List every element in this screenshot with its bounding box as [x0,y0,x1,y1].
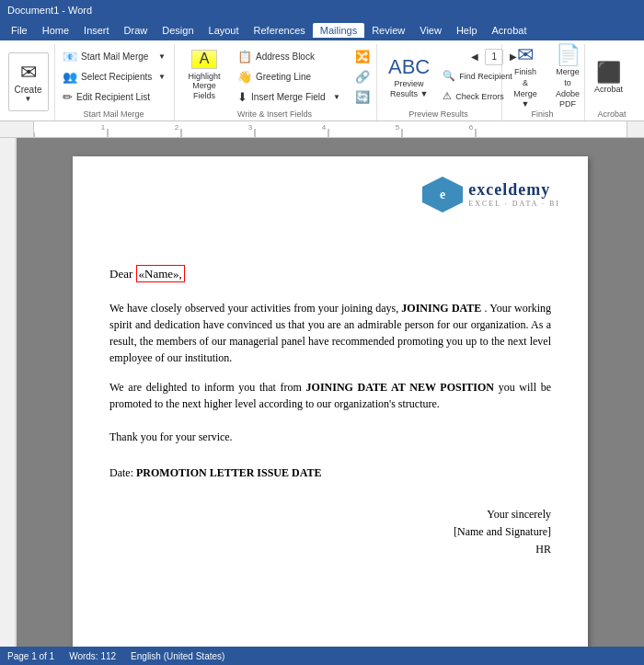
create-group-label [7,117,49,119]
highlight-icon: A [191,50,217,69]
title-bar: Document1 - Word [0,0,644,20]
start-mail-merge-label: Start Mail Merge [81,52,148,62]
dear-prefix: Dear [109,267,136,281]
document-scroll[interactable]: e exceldemy EXCEL · DATA · BI Dear «Name… [17,138,644,647]
joining-date-bold-1: JOINING DATE [401,302,481,315]
menu-acrobat[interactable]: Acrobat [485,23,535,38]
finish-merge-label: Finish &Merge ▼ [512,67,539,110]
ruler: 1 2 3 4 5 6 [0,121,644,138]
ribbon-group-create: ✉ Create ▼ [4,44,55,120]
logo-hex-icon: e [420,175,465,213]
acrobat-button[interactable]: ⬛ Acrobat [589,48,628,107]
menu-review[interactable]: Review [364,23,412,38]
select-recipients-icon: 👥 [63,70,77,84]
ribbon-group-finish: ✉ Finish &Merge ▼ 📄 Merge toAdobe PDF Fi… [502,44,585,120]
svg-rect-0 [34,121,627,138]
signature-block: Your sincerely [Name and Signature] HR [109,508,551,556]
nav-prev-button[interactable]: ◀ [466,49,484,65]
create-icon: ✉ [20,61,37,85]
update-labels-button[interactable]: 🔄 [348,88,377,107]
greeting-line-button[interactable]: 👋 Greeting Line [234,68,344,86]
create-label: Create [14,85,41,95]
update-labels-icon: 🔄 [355,90,370,104]
menu-file[interactable]: File [4,23,35,38]
date-value: PROMOTION LETTER ISSUE DATE [136,466,322,479]
create-button[interactable]: ✉ Create ▼ [8,52,49,111]
acrobat-icon: ⬛ [596,61,621,85]
check-errors-icon: ⚠ [443,90,452,102]
menu-insert[interactable]: Insert [76,23,117,38]
preview-results-icon: ABC [388,55,430,79]
address-block-icon: 📋 [237,50,252,63]
find-recipient-icon: 🔍 [443,70,455,82]
rules-button[interactable]: 🔀 [348,48,377,66]
document-page: e exceldemy EXCEL · DATA · BI Dear «Name… [73,156,588,647]
ribbon: ✉ Create ▼ 📧 Start Mail Merge ▼ 👥 Select… [0,40,644,121]
edit-recipient-label: Edit Recipient List [76,92,150,102]
match-fields-button[interactable]: 🔗 [348,68,377,86]
menu-design[interactable]: Design [155,23,201,38]
menu-draw[interactable]: Draw [117,23,155,38]
insert-merge-field-button[interactable]: ⬇ Insert Merge Field ▼ [234,88,344,107]
rules-icon: 🔀 [355,50,370,63]
document-area: e exceldemy EXCEL · DATA · BI Dear «Name… [0,138,644,647]
greeting-line-label: Greeting Line [256,72,311,82]
ribbon-group-start-mail-merge: 📧 Start Mail Merge ▼ 👥 Select Recipients… [55,44,175,120]
start-mail-merge-button[interactable]: 📧 Start Mail Merge ▼ [59,48,169,66]
menu-references[interactable]: References [247,23,313,38]
nav-page-num[interactable]: 1 [485,49,503,65]
dear-line: Dear «Name», [109,267,551,281]
svg-text:6: 6 [469,123,474,132]
acrobat-label: Acrobat [594,85,623,94]
merge-to-pdf-button[interactable]: 📄 Merge toAdobe PDF [548,48,587,107]
sign-sincerely: Your sincerely [109,508,551,522]
start-mail-merge-icon: 📧 [63,50,77,63]
insert-merge-field-dropdown: ▼ [333,93,340,101]
menu-layout[interactable]: Layout [201,23,247,38]
insert-merge-field-label: Insert Merge Field [251,92,326,102]
address-block-label: Address Block [256,52,315,62]
language: English (United States) [131,651,224,661]
status-bar: Page 1 of 1 Words: 112 English (United S… [0,647,644,665]
ribbon-group-acrobat: ⬛ Acrobat Acrobat [585,44,640,120]
sign-name: [Name and Signature] [109,525,551,539]
svg-text:4: 4 [322,123,327,132]
acrobat-group-label: Acrobat [589,108,635,119]
select-recipients-button[interactable]: 👥 Select Recipients ▼ [59,68,169,86]
exceldemy-logo: e exceldemy EXCEL · DATA · BI [420,175,560,213]
preview-results-label: PreviewResults ▼ [390,79,428,99]
finish-merge-button[interactable]: ✉ Finish &Merge ▼ [506,48,545,107]
svg-text:2: 2 [175,123,179,132]
address-block-button[interactable]: 📋 Address Block [234,48,344,66]
greeting-line-icon: 👋 [237,70,252,84]
preview-group-label: Preview Results [381,108,496,119]
highlight-label: HighlightMerge Fields [186,72,223,101]
joining-date-bold-2: JOINING DATE AT NEW POSITION [306,381,494,394]
merge-to-pdf-icon: 📄 [556,43,581,67]
select-recipients-dropdown: ▼ [158,73,166,81]
paragraph-1: We have closely observed your activities… [109,300,551,366]
ribbon-group-preview: ABC PreviewResults ▼ ◀ 1 ▶ 🔍 Find Recipi… [377,44,502,120]
menu-bar: File Home Insert Draw Design Layout Refe… [0,20,644,40]
svg-text:3: 3 [248,123,253,132]
edit-recipient-list-button[interactable]: ✏ Edit Recipient List [59,88,169,107]
preview-results-button[interactable]: ABC PreviewResults ▼ [381,48,437,107]
highlight-merge-fields-button[interactable]: A HighlightMerge Fields [178,46,230,105]
merge-to-pdf-label: Merge toAdobe PDF [554,67,581,110]
menu-mailings[interactable]: Mailings [313,23,364,38]
menu-home[interactable]: Home [35,23,76,38]
date-line: Date: PROMOTION LETTER ISSUE DATE [109,466,551,480]
select-recipients-label: Select Recipients [81,72,152,82]
write-insert-group-label: Write & Insert Fields [178,108,371,119]
svg-text:1: 1 [101,123,106,132]
paragraph-2: We are delighted to inform you that from… [109,379,551,412]
thank-you-line: Thank you for your service. [109,430,551,444]
svg-rect-14 [0,138,17,647]
finish-group-label: Finish [506,108,579,119]
start-mail-merge-group-label: Start Mail Merge [59,108,168,119]
finish-merge-icon: ✉ [517,43,534,67]
title-text: Document1 - Word [7,5,92,16]
menu-help[interactable]: Help [449,23,485,38]
menu-view[interactable]: View [412,23,449,38]
logo-tagline: EXCEL · DATA · BI [468,200,560,208]
